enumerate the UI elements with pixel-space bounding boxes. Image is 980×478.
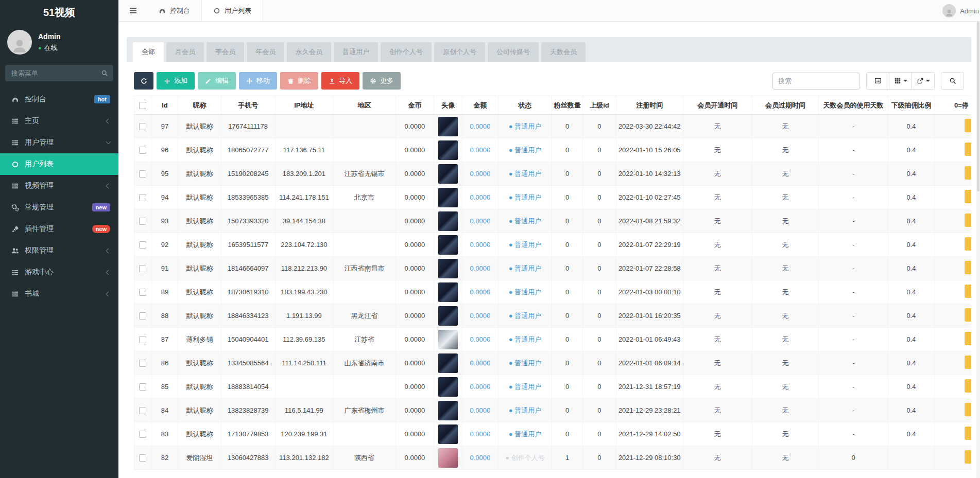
status-toggle-button[interactable]: [965, 308, 971, 322]
column-header[interactable]: Id: [151, 96, 178, 115]
user-avatar-image[interactable]: [438, 330, 458, 349]
row-checkbox[interactable]: [139, 241, 146, 249]
amount-link[interactable]: 0.0000: [470, 217, 490, 225]
user-avatar-image[interactable]: [438, 164, 458, 184]
row-checkbox[interactable]: [139, 123, 146, 130]
add-button[interactable]: 添加: [157, 72, 195, 90]
advanced-search-button[interactable]: [941, 72, 964, 90]
status-toggle-button[interactable]: [965, 143, 971, 156]
user-avatar-image[interactable]: [438, 211, 458, 231]
column-header[interactable]: 手机号: [221, 96, 275, 115]
status-toggle-button[interactable]: [965, 190, 971, 203]
filter-tab[interactable]: 季会员: [207, 42, 244, 62]
topbar-user-menu[interactable]: Admin: [942, 0, 980, 22]
filter-tab[interactable]: 普通用户: [334, 42, 378, 62]
column-header[interactable]: 天数会员的使用天数: [819, 96, 888, 115]
row-checkbox[interactable]: [139, 407, 146, 414]
user-avatar-image[interactable]: [438, 117, 458, 136]
column-header[interactable]: 金币: [396, 96, 434, 115]
amount-link[interactable]: 0.0000: [470, 406, 490, 414]
topbar-tab[interactable]: 用户列表: [201, 0, 263, 21]
filter-tab[interactable]: 公司传媒号: [488, 42, 539, 62]
user-avatar-image[interactable]: [438, 353, 458, 373]
sidebar-item[interactable]: 用户管理: [0, 132, 118, 153]
column-header[interactable]: 会员过期时间: [752, 96, 818, 115]
sidebar-item[interactable]: 常规管理 new: [0, 197, 118, 218]
status-toggle-button[interactable]: [965, 379, 971, 393]
scrollbar-thumb[interactable]: [977, 22, 979, 191]
amount-link[interactable]: 0.0000: [470, 430, 490, 438]
amount-link[interactable]: 0.0000: [470, 454, 490, 462]
amount-link[interactable]: 0.0000: [470, 288, 490, 296]
amount-link[interactable]: 0.0000: [470, 383, 490, 391]
menu-search-input[interactable]: [5, 65, 113, 81]
move-button[interactable]: 移动: [239, 72, 277, 90]
columns-dropdown-button[interactable]: [889, 72, 912, 90]
column-header[interactable]: 昵称: [178, 96, 221, 115]
amount-link[interactable]: 0.0000: [470, 146, 490, 154]
export-dropdown-button[interactable]: [912, 72, 935, 90]
column-header[interactable]: 头像: [434, 96, 462, 115]
column-header[interactable]: 0=停: [934, 96, 971, 115]
row-checkbox[interactable]: [139, 431, 146, 438]
row-checkbox[interactable]: [139, 170, 146, 178]
more-button[interactable]: 更多: [363, 72, 401, 90]
status-toggle-button[interactable]: [965, 237, 971, 251]
column-header[interactable]: IP地址: [275, 96, 333, 115]
list-view-button[interactable]: [866, 72, 889, 90]
column-header[interactable]: 状态: [498, 96, 552, 115]
row-checkbox[interactable]: [139, 265, 146, 272]
topbar-tab[interactable]: 控制台: [147, 0, 201, 21]
user-avatar-image[interactable]: [438, 424, 458, 444]
amount-link[interactable]: 0.0000: [470, 359, 490, 367]
amount-link[interactable]: 0.0000: [470, 241, 490, 249]
status-toggle-button[interactable]: [965, 450, 971, 464]
filter-tab[interactable]: 创作个人号: [381, 42, 432, 62]
user-avatar-image[interactable]: [438, 235, 458, 255]
filter-tab[interactable]: 月会员: [166, 42, 204, 62]
amount-link[interactable]: 0.0000: [470, 264, 490, 272]
user-avatar-image[interactable]: [438, 259, 458, 278]
status-toggle-button[interactable]: [965, 403, 971, 416]
status-toggle-button[interactable]: [965, 166, 971, 180]
sidebar-item[interactable]: 用户列表: [0, 153, 118, 175]
row-checkbox[interactable]: [139, 454, 146, 462]
sidebar-item[interactable]: 主页: [0, 110, 118, 132]
user-avatar-image[interactable]: [438, 188, 458, 207]
filter-tab[interactable]: 年会员: [247, 42, 284, 62]
table-search-input[interactable]: [772, 73, 860, 90]
status-toggle-button[interactable]: [965, 261, 971, 274]
amount-link[interactable]: 0.0000: [470, 312, 490, 320]
user-avatar-image[interactable]: [438, 282, 458, 302]
status-toggle-button[interactable]: [965, 119, 971, 132]
filter-tab[interactable]: 全部: [133, 42, 164, 62]
row-checkbox[interactable]: [139, 383, 146, 391]
row-checkbox[interactable]: [139, 194, 146, 201]
row-checkbox[interactable]: [139, 289, 146, 296]
amount-link[interactable]: 0.0000: [470, 335, 490, 343]
import-button[interactable]: 导入: [321, 72, 359, 90]
status-toggle-button[interactable]: [965, 214, 971, 227]
column-header[interactable]: 会员开通时间: [683, 96, 752, 115]
status-toggle-button[interactable]: [965, 332, 971, 345]
filter-tab[interactable]: 天数会员: [541, 42, 586, 62]
row-checkbox[interactable]: [139, 336, 146, 343]
vertical-scrollbar[interactable]: [976, 22, 980, 478]
amount-link[interactable]: 0.0000: [470, 193, 490, 201]
select-all-checkbox[interactable]: [139, 102, 146, 109]
filter-tab[interactable]: 永久会员: [287, 42, 331, 62]
sidebar-item[interactable]: 权限管理: [0, 240, 118, 261]
status-toggle-button[interactable]: [965, 427, 971, 440]
sidebar-toggle-button[interactable]: [118, 0, 147, 21]
edit-button[interactable]: 编辑: [198, 72, 236, 90]
sidebar-item[interactable]: 视频管理: [0, 175, 118, 197]
column-header[interactable]: 下级抽佣比例: [888, 96, 935, 115]
user-avatar-image[interactable]: [438, 377, 458, 397]
sidebar-item[interactable]: 插件管理 new: [0, 218, 118, 240]
user-avatar-image[interactable]: [438, 448, 458, 468]
column-header[interactable]: 上级id: [583, 96, 616, 115]
row-checkbox[interactable]: [139, 218, 146, 225]
status-toggle-button[interactable]: [965, 285, 971, 298]
column-header[interactable]: 粉丝数量: [552, 96, 583, 115]
row-checkbox[interactable]: [139, 360, 146, 367]
